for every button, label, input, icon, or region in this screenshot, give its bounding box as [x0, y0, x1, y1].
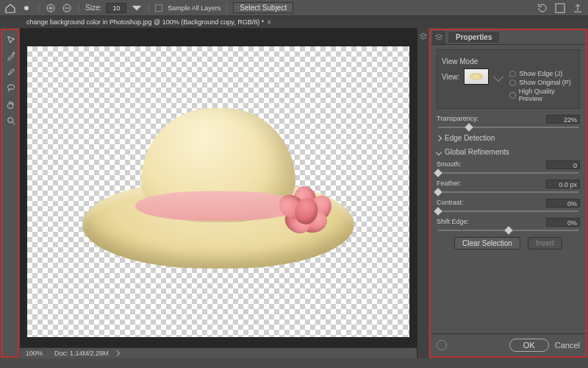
- select-subject-button[interactable]: Select Subject: [233, 2, 293, 13]
- hat-image: [82, 92, 354, 283]
- svg-rect-3: [556, 4, 564, 13]
- smooth-value[interactable]: 0: [546, 160, 580, 169]
- size-label: Size:: [85, 4, 101, 12]
- show-edge-checkbox[interactable]: Show Edge (J): [509, 70, 575, 77]
- properties-panel-icon[interactable]: [432, 31, 445, 44]
- invert-button[interactable]: Invert: [528, 237, 562, 250]
- properties-footer: OK Cancel: [431, 333, 586, 356]
- brush-tool-icon[interactable]: [4, 65, 18, 79]
- zoom-readout[interactable]: 100%: [26, 350, 43, 357]
- sample-all-label: Sample All Layers: [168, 4, 220, 12]
- view-label: View:: [442, 73, 459, 81]
- size-dropdown-icon[interactable]: [131, 2, 143, 14]
- status-bar: 100% Doc: 1.14M/2.29M: [20, 347, 417, 358]
- share-icon[interactable]: [572, 2, 584, 14]
- view-swatch[interactable]: [464, 68, 489, 85]
- close-tab-icon[interactable]: ×: [267, 18, 271, 26]
- add-selection-icon[interactable]: [45, 2, 57, 14]
- refine-brush-tool-icon[interactable]: [4, 49, 18, 63]
- svg-point-0: [24, 6, 29, 10]
- cancel-button[interactable]: Cancel: [555, 341, 580, 350]
- contrast-slider[interactable]: Contrast:0%: [437, 199, 580, 212]
- clear-selection-button[interactable]: Clear Selection: [454, 237, 520, 250]
- hand-tool-icon[interactable]: [4, 97, 18, 112]
- svg-point-5: [7, 85, 14, 89]
- doc-size-readout: Doc: 1.14M/2.29M: [54, 350, 109, 357]
- canvas[interactable]: [27, 46, 409, 337]
- transparency-value[interactable]: 22%: [546, 115, 580, 124]
- document-tab-title: change background color in Photoshop.jpg…: [26, 18, 264, 26]
- options-bar: Size: 10 Sample All Layers Select Subjec…: [0, 0, 588, 16]
- lasso-tool-icon[interactable]: [4, 81, 18, 96]
- zoom-tool-icon[interactable]: [4, 113, 18, 128]
- home-icon[interactable]: [4, 2, 16, 14]
- contrast-value[interactable]: 0%: [546, 199, 580, 208]
- svg-point-4: [12, 52, 15, 54]
- reset-icon[interactable]: [537, 2, 548, 14]
- size-input[interactable]: 10: [106, 3, 126, 13]
- reset-workflow-icon[interactable]: [437, 340, 447, 350]
- sample-all-layers-checkbox[interactable]: Sample All Layers: [155, 4, 220, 12]
- tool-column: [1, 29, 19, 358]
- feather-value[interactable]: 0.0 px: [546, 180, 580, 188]
- shift-edge-value[interactable]: 0%: [546, 218, 580, 227]
- feather-slider[interactable]: Feather:0.0 px: [437, 180, 580, 193]
- layers-panel-icon[interactable]: [419, 32, 428, 43]
- view-mode-group: View Mode View: Show Edge (J) Show Origi…: [437, 49, 580, 109]
- smooth-slider[interactable]: Smooth:0: [437, 160, 580, 174]
- status-menu-icon[interactable]: [113, 350, 119, 356]
- view-dropdown-icon[interactable]: [493, 71, 503, 82]
- view-mode-label: View Mode: [442, 57, 575, 66]
- edge-detection-section[interactable]: Edge Detection: [437, 134, 580, 142]
- quick-select-tool-icon[interactable]: [4, 32, 18, 47]
- svg-point-6: [7, 118, 12, 123]
- canvas-region: 100% Doc: 1.14M/2.29M: [20, 28, 417, 358]
- global-refinements-section[interactable]: Global Refinements: [437, 148, 580, 156]
- properties-panel: Properties View Mode View: Show Edge (J)…: [429, 29, 587, 358]
- panel-menu-icon[interactable]: [554, 2, 566, 14]
- tool-preset-icon[interactable]: [21, 2, 32, 14]
- document-tab-bar: change background color in Photoshop.jpg…: [0, 16, 588, 28]
- shift-edge-slider[interactable]: Shift Edge:0%: [437, 218, 580, 231]
- ok-button[interactable]: OK: [509, 339, 549, 352]
- show-original-checkbox[interactable]: Show Original (P): [509, 79, 575, 86]
- transparency-slider[interactable]: Transparency:22%: [437, 115, 580, 128]
- document-tab[interactable]: change background color in Photoshop.jpg…: [22, 18, 276, 27]
- subtract-selection-icon[interactable]: [61, 2, 73, 14]
- hq-preview-checkbox[interactable]: High Quality Preview: [509, 88, 575, 102]
- collapsed-panels-strip: [417, 28, 429, 358]
- properties-tab[interactable]: Properties: [448, 32, 499, 43]
